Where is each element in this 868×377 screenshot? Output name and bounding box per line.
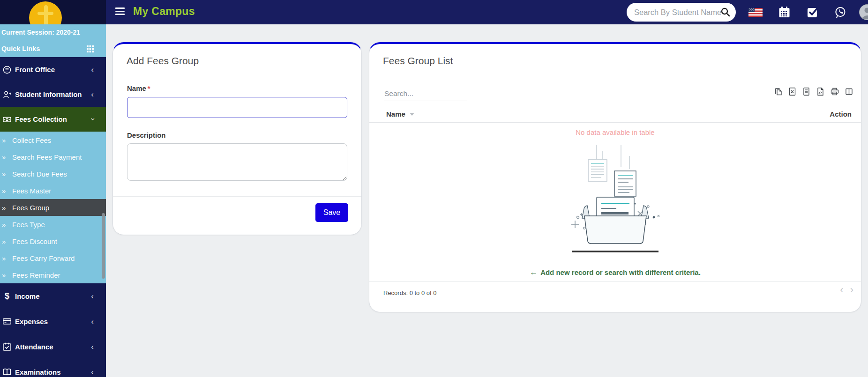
- name-field[interactable]: [127, 97, 347, 118]
- file-text-icon[interactable]: [802, 87, 811, 96]
- sort-caret-icon: [410, 113, 414, 116]
- add-fees-group-card: Add Fees Group Name* Description Save: [112, 42, 362, 235]
- sidebar-item-search-due-fees[interactable]: »Search Due Fees: [0, 165, 106, 182]
- fees-collection-submenu: »Collect Fees »Search Fees Payment »Sear…: [0, 132, 106, 283]
- avatar[interactable]: [859, 4, 868, 20]
- double-chevron-icon: »: [2, 271, 12, 279]
- double-chevron-icon: »: [2, 136, 12, 144]
- sidebar-item-front-office[interactable]: Front Office ‹: [0, 57, 106, 82]
- income-icon: $: [2, 292, 12, 300]
- fees-group-list-card: Fees Group List Name Action No data avai…: [369, 42, 861, 312]
- calendar-icon[interactable]: [779, 0, 790, 24]
- save-button[interactable]: Save: [315, 203, 348, 222]
- chevron-left-icon: ‹: [91, 90, 94, 98]
- sidebar-item-student-information[interactable]: Student Information ‹: [0, 82, 106, 107]
- double-chevron-icon: »: [2, 153, 12, 161]
- quick-links[interactable]: Quick Links: [0, 40, 106, 57]
- card-title: Add Fees Group: [127, 55, 199, 67]
- quick-links-label: Quick Links: [1, 45, 40, 52]
- sidebar-subitem-label: Fees Carry Forward: [12, 254, 75, 262]
- sidebar-item-attendance[interactable]: Attendance ‹: [0, 334, 106, 359]
- page-next-button[interactable]: ›: [850, 285, 853, 295]
- left-arrow-icon: ←: [530, 268, 538, 277]
- current-session-label: Current Session: 2020-21: [0, 24, 106, 40]
- sidebar-item-label: Attendance: [15, 343, 91, 351]
- examinations-icon: [2, 368, 12, 376]
- student-search-box[interactable]: [627, 3, 736, 22]
- copy-icon[interactable]: [774, 87, 783, 96]
- double-chevron-icon: »: [2, 237, 12, 245]
- sidebar-item-label: Income: [15, 292, 91, 300]
- app-logo: [29, 1, 62, 24]
- empty-table-message: No data available in table: [369, 128, 861, 136]
- sidebar-item-fees-discount[interactable]: »Fees Discount: [0, 233, 106, 250]
- expenses-icon: [2, 317, 12, 325]
- double-chevron-icon: »: [2, 221, 12, 229]
- sidebar-subitem-label: Fees Reminder: [12, 271, 60, 279]
- excel-icon[interactable]: [788, 87, 797, 96]
- empty-state-illustration: [569, 145, 662, 257]
- double-chevron-icon: »: [2, 187, 12, 195]
- chevron-left-icon: ‹: [91, 318, 94, 325]
- sidebar-scrollbar-thumb[interactable]: [102, 213, 105, 279]
- search-icon[interactable]: [721, 7, 730, 17]
- chevron-left-icon: ‹: [91, 368, 94, 376]
- table-search-input[interactable]: [384, 86, 467, 101]
- student-information-icon: [2, 90, 12, 99]
- card-title: Fees Group List: [383, 55, 453, 67]
- sidebar-item-income[interactable]: $ Income ‹: [0, 283, 106, 309]
- sidebar-subitem-label: Search Fees Payment: [12, 153, 82, 161]
- chevron-left-icon: ‹: [91, 292, 94, 300]
- sidebar-item-fees-collection[interactable]: Fees Collection ‹: [0, 107, 106, 132]
- front-office-icon: [2, 66, 12, 74]
- records-count: Records: 0 to 0 of 0: [383, 289, 436, 296]
- description-field[interactable]: [127, 143, 347, 181]
- export-toolbar: [773, 87, 854, 99]
- attendance-icon: [2, 342, 12, 351]
- column-header-name[interactable]: Name: [386, 110, 414, 118]
- us-flag-icon[interactable]: [748, 0, 763, 24]
- sidebar-subitem-label: Search Due Fees: [12, 170, 67, 178]
- app-title: My Campus: [133, 5, 195, 18]
- fees-collection-icon: [2, 115, 12, 124]
- sidebar-item-collect-fees[interactable]: »Collect Fees: [0, 132, 106, 148]
- sidebar-item-label: Examinations: [15, 368, 91, 376]
- sidebar-subitem-label: Fees Group: [12, 204, 49, 212]
- top-navbar: My Campus: [0, 0, 868, 24]
- columns-icon[interactable]: [845, 87, 853, 96]
- double-chevron-icon: »: [2, 170, 12, 178]
- sidebar-item-label: Expenses: [15, 318, 91, 325]
- sidebar-item-fees-group[interactable]: »Fees Group: [0, 199, 106, 216]
- pdf-icon[interactable]: [816, 87, 825, 96]
- tasks-icon[interactable]: [807, 0, 818, 24]
- required-asterisk: *: [148, 84, 150, 92]
- grid-icon[interactable]: [87, 45, 94, 52]
- sidebar-item-fees-master[interactable]: »Fees Master: [0, 182, 106, 199]
- sidebar-item-label: Fees Collection: [15, 115, 91, 123]
- chevron-left-icon: ‹: [91, 343, 94, 351]
- sidebar-item-examinations[interactable]: Examinations ‹: [0, 359, 106, 377]
- whatsapp-icon[interactable]: [834, 0, 846, 24]
- column-header-action: Action: [830, 110, 852, 118]
- sidebar-item-fees-type[interactable]: »Fees Type: [0, 216, 106, 233]
- sidebar-item-fees-carry-forward[interactable]: »Fees Carry Forward: [0, 250, 106, 266]
- print-icon[interactable]: [830, 87, 839, 96]
- sidebar-item-label: Front Office: [15, 66, 91, 74]
- sidebar-subitem-label: Collect Fees: [12, 136, 51, 144]
- sidebar-logo-zone: [0, 0, 106, 24]
- double-chevron-icon: »: [2, 254, 12, 262]
- sidebar-subitem-label: Fees Type: [12, 221, 45, 229]
- double-chevron-icon: »: [2, 204, 12, 212]
- sidebar-item-search-fees-payment[interactable]: »Search Fees Payment: [0, 148, 106, 165]
- name-label: Name*: [127, 84, 150, 92]
- sidebar-item-fees-reminder[interactable]: »Fees Reminder: [0, 266, 106, 283]
- table-header-row: Name Action: [369, 106, 861, 123]
- student-search-input[interactable]: [634, 8, 721, 17]
- chevron-left-icon: ‹: [91, 66, 94, 74]
- sidebar: Current Session: 2020-21 Quick Links Fro…: [0, 24, 106, 377]
- description-label: Description: [127, 131, 166, 139]
- pagination: ‹ ›: [840, 285, 853, 295]
- page-prev-button[interactable]: ‹: [840, 285, 843, 295]
- hamburger-icon[interactable]: [115, 7, 125, 17]
- sidebar-item-expenses[interactable]: Expenses ‹: [0, 309, 106, 334]
